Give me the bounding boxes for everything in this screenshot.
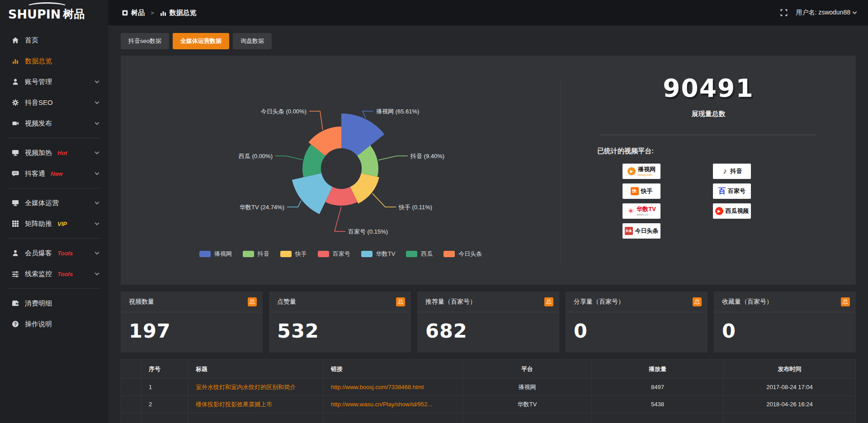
total-badge: 总 [396,297,405,306]
sidebar-item-label: 全媒体运营 [25,199,59,207]
fullscreen-icon[interactable] [780,9,788,16]
legend-label: 百家号 [333,250,350,258]
sidebar-item-label: 首页 [25,36,38,45]
table-header-row: 序号 标题 链接 平台 播放量 发布时间 [121,360,856,379]
cell-published: 2017-08-24 17:04 [724,379,856,396]
new-badge: New [51,170,63,177]
sidebar-item-data-overview[interactable]: 数据总览 [0,51,108,71]
home-icon [12,37,19,44]
video-title-link[interactable]: 室外水纹灯和室内水纹灯的区别和简介 [196,384,296,390]
legend-label: 抖音 [258,250,269,258]
user-menu[interactable]: 用户名: zswodun88 [796,9,856,17]
sidebar-item-instructions[interactable]: ? 操作说明 [0,314,108,334]
cell-index: 2 [142,396,189,413]
tab-omnimedia-data[interactable]: 全媒体运营数据 [173,33,229,49]
summary-divider [600,135,817,135]
platform-logo-wasu: ✳ 华数TVwasu.cn [623,203,660,219]
sidebar-item-label: 数据总览 [25,57,52,66]
stat-card-title: 点赞量 [277,298,296,306]
pie-label-line [363,111,373,118]
sidebar-item-douyin-seo[interactable]: 抖音SEO [0,92,108,113]
platform-share-chart[interactable]: 播视网 (65.61%)抖音 (9.40%)快手 (0.11%)百家号 (0.1… [121,56,561,285]
cell-platform: 华数TV [463,396,592,413]
monitor-icon [12,199,19,207]
col-header-index: 序号 [142,360,189,379]
sidebar-item-member-leads[interactable]: 会员爆客 Tools [0,243,108,263]
sidebar-item-label: 线索监控 [25,270,52,278]
sidebar-item-video-publish[interactable]: 视频发布 [0,113,108,134]
legend-label: 快手 [295,250,307,258]
sidebar-item-label: 抖客通 [25,169,45,178]
chevron-down-icon [95,250,99,254]
sidebar-item-clue-monitor[interactable]: 线索监控 Tools [0,263,108,284]
menu-divider [8,288,100,289]
legend-item-播视网[interactable]: 播视网 [199,250,232,258]
pie-label: 播视网 (65.61%) [376,108,419,115]
table-row: 1 室外水纹灯和室内水纹灯的区别和简介 http://www.boosj.com… [121,379,856,396]
tab-douyin-seo-data[interactable]: 抖音seo数据 [121,33,169,49]
sidebar-item-label: 视频加热 [25,149,52,157]
sidebar-item-account-mgmt[interactable]: 账号管理 [0,71,108,92]
stat-card-title: 视频数量 [129,298,154,306]
breadcrumb: 树品 > 数据总览 [122,9,197,17]
topbar: 树品 > 数据总览 用户名: zswodun88 [108,0,868,26]
sidebar-item-label: 操作说明 [25,320,52,329]
legend-swatch [318,251,329,257]
pie-label-line [275,156,302,160]
gear-icon [12,99,19,106]
sidebar-item-home[interactable]: 首页 [0,30,108,51]
legend-item-抖音[interactable]: 抖音 [243,250,269,258]
tools-badge: Tools [57,250,73,257]
video-title-link[interactable]: 楼体投影灯投影效果震撼上市 [196,401,272,408]
video-url-link[interactable]: http://www.wasu.cn/Play/show/id/952... [331,401,432,408]
sidebar-item-label: 消费明细 [25,299,52,308]
chevron-down-icon [95,221,99,225]
douyin-note-icon: ♪ [722,167,728,176]
platform-logo-xigua: ▶ 西瓜视频 [713,203,751,219]
video-url-link[interactable]: http://www.boosj.com/7338468.html [331,384,424,390]
platform-name: 西瓜视频 [726,207,749,215]
platform-name: 百家号 [728,187,745,195]
menu-divider [8,188,100,188]
col-header-plays: 播放量 [592,360,724,379]
sidebar-item-omnimedia-ops[interactable]: 全媒体运营 [0,193,108,213]
platform-logo-boosj: ▶ 播视网boosj.com [623,164,660,179]
chevron-down-icon [95,99,99,104]
legend-item-西瓜[interactable]: 西瓜 [406,250,433,258]
platform-name: 华数TV [637,206,656,212]
sidebar-item-label: 账号管理 [25,78,52,86]
legend-item-百家号[interactable]: 百家号 [318,250,350,258]
sidebar-item-matrix-boost[interactable]: 矩阵助推 VIP [0,213,108,234]
stat-card-value: 197 [121,312,263,342]
sidebar-item-label: 矩阵助推 [25,220,52,228]
pie-chart-svg[interactable]: 播视网 (65.61%)抖音 (9.40%)快手 (0.11%)百家号 (0.1… [121,56,561,245]
legend-label: 西瓜 [421,250,433,258]
chevron-down-icon [95,120,99,125]
platform-subtext: wasu.cn [637,213,648,216]
impressions-total-value: 90491 [561,74,856,103]
stat-card-shares: 分享量（百家号）总 0 [566,291,708,352]
app-window: SHUPIN 树品 首页 数据总览 账号管理 抖音SEO [0,0,868,423]
sidebar-item-douketong[interactable]: 抖客通 New [0,163,108,184]
legend-swatch [443,251,455,257]
legend-item-华数TV[interactable]: 华数TV [361,250,396,258]
pie-slice-播视网[interactable] [341,113,384,156]
cell-index: 1 [142,379,189,396]
sidebar-item-label: 会员爆客 [25,249,52,258]
legend-item-今日头条[interactable]: 今日头条 [443,250,482,258]
person-icon [12,249,19,257]
legend-item-快手[interactable]: 快手 [280,250,307,258]
tab-inquiry-data[interactable]: 询盘数据 [233,33,272,49]
sidebar: SHUPIN 树品 首页 数据总览 账号管理 抖音SEO [0,0,108,423]
breadcrumb-root[interactable]: 树品 [131,9,145,17]
sidebar-item-video-heat[interactable]: 视频加热 Hot [0,142,108,163]
wasu-star-icon: ✳ [627,207,634,215]
pie-label-line [378,156,408,160]
pie-label: 百家号 (0.15%) [348,228,388,235]
chevron-down-icon [95,150,99,154]
platform-name: 播视网 [638,166,656,172]
sidebar-item-expense-detail[interactable]: 消费明细 [0,293,108,314]
video-camera-icon [12,120,19,127]
pie-slice-华数TV[interactable] [292,173,333,214]
stat-card-favorites: 收藏量（百家号）总 0 [714,291,856,352]
